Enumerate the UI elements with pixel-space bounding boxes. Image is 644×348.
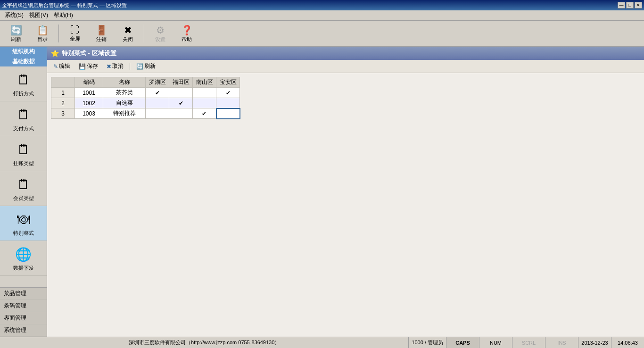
status-bar: 深圳市三度软件有限公司（http://www.jzzp.com 0755-836… [0, 337, 644, 348]
sidebar-item-special-dish[interactable]: 🍽 特别菜式 [0, 206, 47, 241]
col-header-baoan: 宝安区 [216, 77, 240, 88]
close-icon: ✖ [120, 25, 135, 36]
table-row: 2 1002 自选菜 ✔ [51, 98, 240, 108]
sidebar-label-special-dish: 特别菜式 [13, 230, 34, 237]
main-layout: 组织机构 基础数据 🗒 打折方式 🗒 支付方式 🗒 挂账类型 🗒 会员类型 🍽 … [0, 47, 644, 337]
sidebar-label-member-type: 会员类型 [13, 195, 34, 202]
action-sep [130, 63, 130, 70]
fullscreen-icon: ⛶ [67, 25, 83, 35]
row-code-3: 1003 [75, 108, 103, 119]
window-title: 金宇招牌连锁店后台管理系统 — 特别菜式 — 区域设置 [2, 2, 127, 9]
row-name-2: 自选菜 [103, 98, 146, 108]
discount-icon: 🗒 [14, 70, 33, 89]
row-nanshan-3: ✔ [193, 108, 216, 119]
menu-system[interactable]: 系统(S) [2, 10, 26, 20]
special-dish-icon: 🍽 [14, 210, 33, 229]
sidebar-item-member-type[interactable]: 🗒 会员类型 [0, 171, 47, 206]
sidebar-item-data-push[interactable]: 🌐 数据下发 [0, 241, 47, 276]
logout-icon: 🚪 [94, 25, 109, 36]
save-button[interactable]: 💾 保存 [75, 61, 101, 72]
cancel-icon: ✖ [107, 63, 111, 70]
account-type-icon: 🗒 [14, 140, 33, 159]
menu-help[interactable]: 帮助(H) [51, 10, 76, 20]
edit-button[interactable]: ✎ 编辑 [50, 61, 74, 72]
toolbar-settings: ⚙ 设置 [148, 23, 173, 44]
sidebar-ui-mgmt[interactable]: 界面管理 [0, 312, 47, 324]
table-row: 3 1003 特别推荐 ✔ [51, 108, 240, 119]
col-header-name: 名称 [103, 77, 146, 88]
toolbar-logout[interactable]: 🚪 注销 [89, 23, 114, 44]
sidebar-item-account-type[interactable]: 🗒 挂账类型 [0, 136, 47, 171]
toolbar-close[interactable]: ✖ 关闭 [116, 23, 140, 44]
col-header-code: 编码 [75, 77, 103, 88]
sidebar-label-data-push: 数据下发 [13, 265, 34, 272]
col-header-futian: 福田区 [169, 77, 193, 88]
status-user: 1000 / 管理员 [408, 337, 446, 348]
sidebar-item-payment[interactable]: 🗒 支付方式 [0, 101, 47, 136]
status-company: 深圳市三度软件有限公司（http://www.jzzp.com 0755-836… [0, 339, 408, 346]
row-luohu-3 [146, 108, 169, 119]
sidebar-barcode-mgmt[interactable]: 条码管理 [0, 300, 47, 312]
row-luohu-1: ✔ [146, 88, 169, 98]
row-num-2: 2 [51, 98, 75, 108]
toolbar-fullscreen[interactable]: ⛶ 全屏 [63, 23, 87, 44]
status-caps: CAPS [446, 337, 479, 348]
row-baoan-2 [216, 98, 240, 108]
refresh-action-icon: 🔄 [136, 63, 143, 70]
table-row: 1 1001 茶芥类 ✔ ✔ [51, 88, 240, 98]
row-num-1: 1 [51, 88, 75, 98]
edit-icon: ✎ [53, 63, 58, 70]
toolbar-catalog[interactable]: 📋 目录 [30, 23, 55, 44]
close-button[interactable]: ✕ [635, 2, 642, 8]
sidebar-label-discount: 打折方式 [13, 90, 34, 97]
member-type-icon: 🗒 [14, 175, 33, 194]
window-controls: — □ ✕ [618, 2, 642, 8]
row-futian-1 [169, 88, 193, 98]
sidebar-item-discount[interactable]: 🗒 打折方式 [0, 66, 47, 101]
sidebar-section-basic[interactable]: 基础数据 [0, 57, 47, 66]
row-luohu-2 [146, 98, 169, 108]
sidebar-label-payment: 支付方式 [13, 125, 34, 132]
catalog-icon: 📋 [35, 25, 50, 36]
col-header-nanshan: 南山区 [193, 77, 216, 88]
save-icon: 💾 [79, 63, 86, 70]
toolbar-sep-1 [58, 25, 59, 42]
toolbar-refresh[interactable]: 🔄 刷新 [4, 23, 28, 44]
menu-view[interactable]: 视图(V) [26, 10, 51, 20]
row-baoan-3-editing[interactable] [216, 108, 240, 119]
row-futian-2: ✔ [169, 98, 193, 108]
status-scrl: SCRL [512, 337, 545, 348]
status-ins: INS [545, 337, 578, 348]
minimize-button[interactable]: — [618, 2, 625, 8]
row-name-3: 特别推荐 [103, 108, 146, 119]
col-header-luohu: 罗湖区 [146, 77, 169, 88]
row-nanshan-2 [193, 98, 216, 108]
row-code-1: 1001 [75, 88, 103, 98]
sidebar: 组织机构 基础数据 🗒 打折方式 🗒 支付方式 🗒 挂账类型 🗒 会员类型 🍽 … [0, 47, 47, 337]
sidebar-bottom: 菜品管理 条码管理 界面管理 系统管理 [0, 287, 47, 337]
content-header: ⭐ 特别菜式 - 区域设置 [47, 47, 644, 60]
toolbar-help[interactable]: ❓ 帮助 [174, 23, 199, 44]
title-bar: 金宇招牌连锁店后台管理系统 — 特别菜式 — 区域设置 — □ ✕ [0, 0, 644, 10]
row-num-3: 3 [51, 108, 75, 119]
settings-icon: ⚙ [153, 25, 168, 36]
row-baoan-1: ✔ [216, 88, 240, 98]
toolbar: 🔄 刷新 📋 目录 ⛶ 全屏 🚪 注销 ✖ 关闭 ⚙ 设置 ❓ 帮助 [0, 21, 644, 47]
sidebar-label-account-type: 挂账类型 [13, 160, 34, 167]
refresh-action-button[interactable]: 🔄 刷新 [133, 61, 159, 72]
content-area: ⭐ 特别菜式 - 区域设置 ✎ 编辑 💾 保存 ✖ 取消 🔄 刷新 [47, 47, 644, 337]
cancel-button[interactable]: ✖ 取消 [103, 61, 127, 72]
status-date: 2013-12-23 [578, 337, 611, 348]
data-table: 编码 名称 罗湖区 福田区 南山区 宝安区 1 1001 茶芥类 ✔ [51, 77, 240, 119]
row-nanshan-1 [193, 88, 216, 98]
content-header-icon: ⭐ [51, 50, 59, 57]
row-code-2: 1002 [75, 98, 103, 108]
table-container: 编码 名称 罗湖区 福田区 南山区 宝安区 1 1001 茶芥类 ✔ [47, 73, 644, 337]
toolbar-sep-2 [144, 25, 144, 42]
maximize-button[interactable]: □ [626, 2, 634, 8]
row-name-1: 茶芥类 [103, 88, 146, 98]
sidebar-section-org[interactable]: 组织机构 [0, 47, 47, 57]
payment-icon: 🗒 [14, 105, 33, 124]
sidebar-sys-mgmt[interactable]: 系统管理 [0, 324, 47, 337]
sidebar-dish-mgmt[interactable]: 菜品管理 [0, 288, 47, 300]
